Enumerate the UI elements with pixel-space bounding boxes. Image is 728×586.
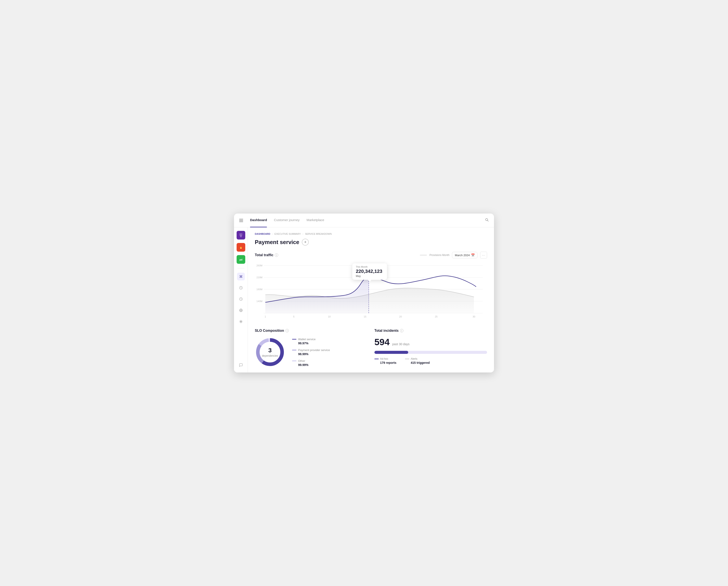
breadcrumb-sep-2: › xyxy=(303,233,303,235)
tooltip-arrow xyxy=(368,280,371,282)
incidents-legend: Ad-hoc 179 reports Alerts 415 triggered xyxy=(374,357,487,365)
slo-legend: Wallet service 99.97% Payment provider s… xyxy=(292,338,330,367)
donut-center: 3 dependencies xyxy=(262,347,278,357)
incidents-number: 594 xyxy=(374,337,390,347)
svg-text:15: 15 xyxy=(364,315,366,318)
total-traffic-chart: This Month 220,342,123 May 260M 220M 180… xyxy=(255,261,487,322)
svg-text:pd: pd xyxy=(239,258,242,261)
svg-text:1: 1 xyxy=(264,315,266,318)
date-picker[interactable]: March 2024 📅 xyxy=(452,252,477,258)
breadcrumb-item-executive[interactable]: EXECUTIVE SUMMARY xyxy=(275,233,301,235)
incidents-bar-fill xyxy=(374,351,408,354)
total-traffic-title: Total traffic i xyxy=(255,253,278,257)
svg-text:220M: 220M xyxy=(257,276,263,279)
sidebar-icon-command[interactable]: ⌘ xyxy=(237,273,245,281)
page-title-row: Payment service + xyxy=(255,239,487,246)
slo-line-payment xyxy=(292,350,296,350)
svg-line-1 xyxy=(488,220,488,221)
svg-text:DOG: DOG xyxy=(240,235,242,236)
svg-point-5 xyxy=(240,236,241,237)
incidents-bar-row xyxy=(374,351,487,354)
nav-tabs: Dashboard Customer journey Marketplace xyxy=(250,218,324,223)
chart-tooltip: This Month 220,342,123 May xyxy=(352,263,387,280)
slo-item-other: Other 99.99% xyxy=(292,359,330,367)
tooltip-month: May xyxy=(356,274,384,277)
tooltip-value: 220,342,123 xyxy=(356,269,384,274)
svg-text:20: 20 xyxy=(399,315,402,318)
main-layout: DATA DOG 🔥 pd ⌘ xyxy=(234,228,494,372)
breadcrumb-item-dashboard[interactable]: DASHBOARD xyxy=(255,233,270,235)
sidebar-logo-datadog[interactable]: DATA DOG xyxy=(237,231,245,240)
sidebar-icon-chat[interactable] xyxy=(237,361,245,369)
total-traffic-controls: Provisions Month March 2024 📅 ··· xyxy=(420,251,487,259)
search-button[interactable] xyxy=(485,218,489,223)
svg-text:🔥: 🔥 xyxy=(239,246,243,249)
slo-value-other: 99.99% xyxy=(298,363,330,367)
adhoc-value: 179 reports xyxy=(380,361,396,365)
sidebar-icon-clock2[interactable] xyxy=(237,295,245,303)
sidebar-icon-sparkle[interactable] xyxy=(237,318,245,325)
tab-dashboard[interactable]: Dashboard xyxy=(250,218,267,223)
add-button[interactable]: + xyxy=(302,239,309,246)
tab-customer-journey[interactable]: Customer journey xyxy=(274,218,300,223)
svg-text:10: 10 xyxy=(328,315,331,318)
more-button[interactable]: ··· xyxy=(480,251,487,259)
slo-content: 3 dependencies Wallet service xyxy=(255,337,367,367)
slo-line-other xyxy=(292,361,296,361)
incidents-period: past 30 days xyxy=(392,342,410,346)
total-traffic-header: Total traffic i Provisions Month March 2… xyxy=(255,251,487,259)
tab-marketplace[interactable]: Marketplace xyxy=(307,218,324,223)
slo-item-payment: Payment provider service 98.99% xyxy=(292,348,330,356)
total-traffic-info-icon[interactable]: i xyxy=(275,254,278,257)
incidents-title: Total incidents i xyxy=(374,329,487,332)
incidents-count-row: 594 past 30 days xyxy=(374,337,487,347)
donut-chart: 3 dependencies xyxy=(255,337,285,367)
incidents-adhoc: Ad-hoc 179 reports xyxy=(374,357,396,365)
main-content: DASHBOARD › EXECUTIVE SUMMARY › SERVICE … xyxy=(248,228,494,372)
svg-text:140M: 140M xyxy=(257,300,263,302)
svg-text:25: 25 xyxy=(435,315,438,318)
adhoc-label: Ad-hoc xyxy=(380,357,388,361)
sidebar-logo-fire[interactable]: 🔥 xyxy=(237,243,245,251)
svg-text:180M: 180M xyxy=(257,288,263,291)
breadcrumb-sep-1: › xyxy=(272,233,273,235)
hamburger-menu[interactable] xyxy=(239,219,243,222)
tooltip-label: This Month xyxy=(356,266,384,268)
slo-line-wallet xyxy=(292,339,296,340)
sidebar-icon-globe[interactable] xyxy=(237,307,245,314)
breadcrumb: DASHBOARD › EXECUTIVE SUMMARY › SERVICE … xyxy=(255,233,487,235)
slo-name-payment: Payment provider service xyxy=(298,348,330,352)
slo-title: SLO Composition i xyxy=(255,329,367,332)
svg-text:30: 30 xyxy=(472,315,475,318)
sidebar: DATA DOG 🔥 pd ⌘ xyxy=(234,228,248,372)
calendar-icon: 📅 xyxy=(471,254,475,257)
svg-text:260M: 260M xyxy=(257,264,263,267)
bottom-panels: SLO Composition i xyxy=(255,329,487,367)
slo-name-other: Other xyxy=(298,359,305,363)
adhoc-dot xyxy=(374,358,379,359)
page-title: Payment service xyxy=(255,239,299,246)
legend-line xyxy=(420,255,427,255)
slo-item-wallet: Wallet service 99.97% xyxy=(292,338,330,345)
slo-panel: SLO Composition i xyxy=(255,329,367,367)
slo-value-wallet: 99.97% xyxy=(298,342,330,345)
incidents-info-icon[interactable]: i xyxy=(400,329,404,332)
slo-value-payment: 98.99% xyxy=(298,352,330,356)
incidents-bar-bg xyxy=(374,351,487,354)
slo-name-wallet: Wallet service xyxy=(298,338,315,341)
sidebar-icon-clock1[interactable] xyxy=(237,284,245,292)
breadcrumb-item-service[interactable]: SERVICE BREAKDOWN xyxy=(305,233,332,235)
donut-number: 3 xyxy=(262,347,278,354)
svg-text:5: 5 xyxy=(293,315,294,318)
sidebar-bottom xyxy=(237,361,245,369)
provisions-label: Provisions Month xyxy=(430,254,449,257)
donut-label: dependencies xyxy=(262,354,278,357)
incidents-panel: Total incidents i 594 past 30 days xyxy=(374,329,487,367)
alerts-label: Alerts xyxy=(411,357,417,361)
date-value: March 2024 xyxy=(455,254,470,257)
sidebar-divider xyxy=(237,268,244,268)
alerts-dot xyxy=(405,358,409,359)
incidents-alerts: Alerts 415 triggered xyxy=(405,357,430,365)
sidebar-logo-pagerduty[interactable]: pd xyxy=(237,255,245,264)
slo-info-icon[interactable]: i xyxy=(285,329,289,332)
